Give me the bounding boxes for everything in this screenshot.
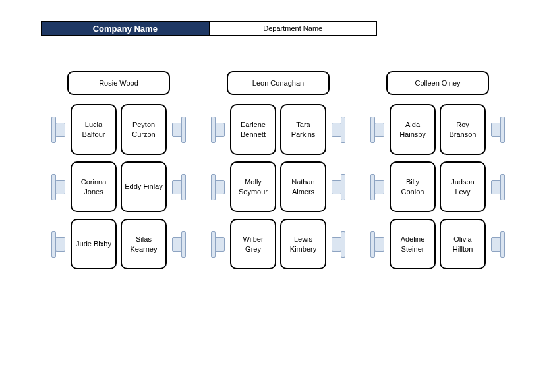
seat-rows: Lucia Balfour Peyton Curzon Corinna Jone… bbox=[51, 104, 186, 269]
head-seat: Leon Conaghan bbox=[227, 71, 330, 95]
head-seat: Colleen Olney bbox=[386, 71, 489, 95]
seat-box: Earlene Bennett bbox=[230, 104, 276, 155]
seat-box: Wilber Grey bbox=[230, 219, 276, 269]
seat-box: Eddy Finlay bbox=[121, 161, 167, 212]
seat-row: Lucia Balfour Peyton Curzon bbox=[51, 104, 186, 155]
chair-icon bbox=[211, 231, 225, 258]
seat-box: Lucia Balfour bbox=[71, 104, 117, 155]
chair-icon bbox=[370, 231, 385, 258]
seat-row: Adeline Steiner Olivia Hillton bbox=[370, 219, 505, 269]
seat-row: Billy Conlon Judson Levy bbox=[370, 161, 505, 212]
seat-row: Molly Seymour Nathan Aimers bbox=[211, 161, 345, 212]
department-name-cell: Department Name bbox=[210, 21, 378, 36]
chair-icon bbox=[370, 117, 385, 143]
seat-box: Molly Seymour bbox=[230, 161, 276, 212]
chair-icon bbox=[490, 117, 505, 143]
seat-row: Wilber Grey Lewis Kimbery bbox=[211, 219, 345, 269]
chair-icon bbox=[51, 117, 66, 143]
chair-icon bbox=[490, 174, 505, 200]
chair-icon bbox=[171, 174, 186, 200]
seat-row: Jude Bixby Silas Kearney bbox=[51, 219, 186, 269]
chair-icon bbox=[331, 231, 345, 258]
chair-icon bbox=[490, 231, 505, 258]
chair-icon bbox=[331, 174, 345, 200]
chair-icon bbox=[211, 117, 225, 143]
seat-box: Lewis Kimbery bbox=[280, 219, 326, 269]
head-seat: Rosie Wood bbox=[67, 71, 170, 95]
seat-box: Billy Conlon bbox=[390, 161, 436, 212]
chair-icon bbox=[51, 174, 66, 200]
seat-box: Silas Kearney bbox=[121, 219, 167, 269]
seat-row: Alda Hainsby Roy Branson bbox=[370, 104, 505, 155]
seat-row: Earlene Bennett Tara Parkins bbox=[211, 104, 345, 155]
seat-box: Jude Bixby bbox=[71, 219, 117, 269]
seat-box: Tara Parkins bbox=[280, 104, 326, 155]
seat-box: Olivia Hillton bbox=[440, 219, 486, 269]
header-bar: Company Name Department Name bbox=[41, 21, 377, 36]
seat-box: Roy Branson bbox=[440, 104, 486, 155]
company-name-cell: Company Name bbox=[41, 21, 210, 36]
table-cluster-1: Leon Conaghan Earlene Bennett Tara Parki… bbox=[207, 71, 349, 269]
chair-icon bbox=[51, 231, 66, 258]
seat-box: Judson Levy bbox=[440, 161, 486, 212]
chair-icon bbox=[171, 231, 186, 258]
seat-box: Adeline Steiner bbox=[390, 219, 436, 269]
chair-icon bbox=[370, 174, 385, 200]
seating-clusters: Rosie Wood Lucia Balfour Peyton Curzon C… bbox=[47, 71, 509, 269]
seat-box: Peyton Curzon bbox=[121, 104, 167, 155]
seat-box: Nathan Aimers bbox=[280, 161, 326, 212]
chair-icon bbox=[171, 117, 186, 143]
chair-icon bbox=[331, 117, 345, 143]
seat-rows: Earlene Bennett Tara Parkins Molly Seymo… bbox=[211, 104, 345, 269]
table-cluster-2: Colleen Olney Alda Hainsby Roy Branson B… bbox=[366, 71, 509, 269]
chair-icon bbox=[211, 174, 225, 200]
seat-box: Alda Hainsby bbox=[390, 104, 436, 155]
seat-box: Corinna Jones bbox=[71, 161, 117, 212]
seat-row: Corinna Jones Eddy Finlay bbox=[51, 161, 186, 212]
table-cluster-0: Rosie Wood Lucia Balfour Peyton Curzon C… bbox=[47, 71, 190, 269]
seat-rows: Alda Hainsby Roy Branson Billy Conlon Ju… bbox=[370, 104, 505, 269]
